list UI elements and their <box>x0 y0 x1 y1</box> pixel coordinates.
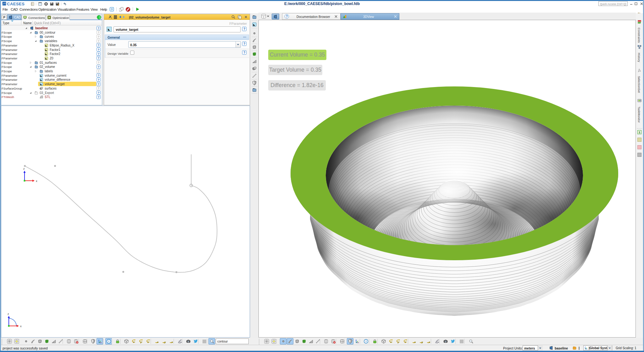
svg-text:x: x <box>36 179 37 183</box>
svg-text:z: z <box>8 312 9 316</box>
svg-text:x: x <box>20 325 22 328</box>
svg-text:z: z <box>23 167 25 170</box>
